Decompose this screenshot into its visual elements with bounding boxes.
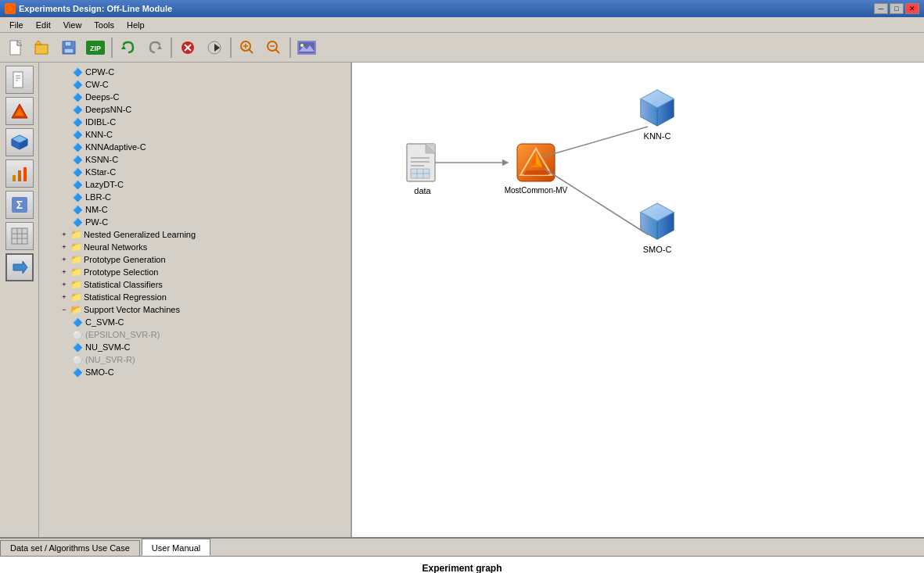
svg-rect-37 [13, 175, 16, 181]
data-icon [401, 141, 444, 184]
expand-proto-gen[interactable]: + [59, 255, 69, 264]
toolbar-separator-1 [111, 38, 113, 58]
tab-bar: Data set / Algorithms Use Case User Manu… [0, 539, 924, 557]
expand-nested-gen[interactable]: + [59, 230, 69, 239]
toolbar-separator-3 [230, 38, 232, 58]
tree-item-nu-svr[interactable]: ⚪ (NU_SVR-R) [39, 353, 351, 366]
knn-c-label: KNN-C [644, 131, 671, 141]
stop-button[interactable] [175, 36, 200, 59]
menu-edit[interactable]: Edit [30, 19, 57, 31]
save-button[interactable] [56, 36, 81, 59]
tree-item-knn-c[interactable]: 🔷 KNN-C [39, 128, 351, 141]
tree-item-idibl-c[interactable]: 🔷 IDIBL-C [39, 116, 351, 128]
zoom-in-button[interactable] [235, 36, 260, 59]
tree-item-proto-sel[interactable]: + 📁 Prototype Selection [39, 266, 351, 278]
tool-chart[interactable] [5, 159, 34, 188]
svg-marker-10 [121, 45, 126, 49]
tree-item-c-svm-c[interactable]: 🔷 C_SVM-C [39, 316, 351, 328]
tree-item-knnadaptive-c[interactable]: 🔷 KNNAdaptive-C [39, 141, 351, 153]
folder-neural-nets-icon: 📁 [70, 242, 81, 252]
tree-item-nm-c[interactable]: 🔷 NM-C [39, 203, 351, 216]
app-icon [5, 3, 16, 14]
expand-svm[interactable]: − [59, 305, 69, 314]
svg-rect-27 [13, 72, 23, 88]
tool-cube-blue[interactable] [5, 128, 34, 156]
toolbar-separator-4 [289, 38, 291, 58]
svg-rect-38 [18, 170, 21, 181]
svg-rect-3 [35, 45, 48, 54]
new-button[interactable] [3, 36, 28, 59]
expand-proto-sel[interactable]: + [59, 267, 69, 277]
tool-document[interactable] [5, 66, 34, 94]
svg-rect-39 [23, 167, 27, 181]
nm-c-icon: 🔷 [72, 205, 83, 214]
lbr-c-icon: 🔷 [72, 192, 83, 202]
tree-item-deepsnn-c[interactable]: 🔷 DeepsNN-C [39, 103, 351, 116]
tree-item-epsilon-svr[interactable]: ⚪ (EPSILON_SVR-R) [39, 328, 351, 341]
tool-arrow-up[interactable] [5, 97, 34, 125]
svg-rect-7 [64, 48, 74, 53]
close-button[interactable]: ✕ [905, 3, 919, 14]
window-title: Experiments Design: Off-Line Module [19, 4, 172, 13]
minimize-button[interactable]: ─ [874, 3, 888, 14]
deeps-c-icon: 🔷 [72, 92, 83, 102]
maximize-button[interactable]: □ [890, 3, 904, 14]
idibl-c-icon: 🔷 [72, 117, 83, 127]
knn-c-icon: 🔷 [72, 130, 83, 139]
redo-button[interactable] [142, 36, 167, 59]
menu-help[interactable]: Help [120, 19, 151, 31]
c-svm-c-icon: 🔷 [72, 317, 83, 327]
bottom-area: Data set / Algorithms Use Case User Manu… [0, 537, 924, 573]
tree-item-smo-c[interactable]: 🔷 SMO-C [39, 366, 351, 378]
tree-item-proto-gen[interactable]: + 📁 Prototype Generation [39, 253, 351, 266]
run-button[interactable] [202, 36, 227, 59]
tool-sigma[interactable]: Σ [5, 191, 34, 219]
zoom-out-button[interactable] [261, 36, 286, 59]
menu-view[interactable]: View [57, 19, 88, 31]
tree-scroll[interactable]: 🔷 CPW-C 🔷 CW-C 🔷 Deeps-C 🔷 DeepsNN-C 🔷 [39, 63, 351, 537]
tab-dataset-algo[interactable]: Data set / Algorithms Use Case [0, 540, 140, 556]
lazydt-c-icon: 🔷 [72, 180, 83, 189]
tool-grid[interactable] [5, 222, 34, 250]
expand-stat-reg[interactable]: + [59, 292, 69, 302]
menu-file[interactable]: File [3, 19, 30, 31]
tree-item-nested-gen[interactable]: + 📁 Nested Generalized Learning [39, 228, 351, 241]
expand-stat-class[interactable]: + [59, 280, 69, 289]
smo-c-cube-icon [635, 199, 679, 243]
image-button[interactable] [294, 36, 319, 59]
canvas-node-hostcommon[interactable]: MostCommon-MV [501, 141, 571, 195]
title-bar: Experiments Design: Off-Line Module ─ □ … [0, 0, 924, 17]
cw-c-icon: 🔷 [72, 80, 83, 89]
toolbar: ZIP [0, 33, 924, 63]
canvas-area[interactable]: KNN-C [352, 63, 924, 537]
tree-item-pw-c[interactable]: 🔷 PW-C [39, 216, 351, 228]
expand-neural-nets[interactable]: + [59, 242, 69, 252]
tree-item-cw-c[interactable]: 🔷 CW-C [39, 78, 351, 91]
svg-marker-0 [6, 5, 14, 13]
hostcommon-icon [514, 141, 558, 184]
folder-proto-gen-icon: 📁 [70, 255, 81, 264]
tree-item-lbr-c[interactable]: 🔷 LBR-C [39, 191, 351, 203]
tree-item-stat-class[interactable]: + 📁 Statistical Classifiers [39, 278, 351, 291]
tree-item-stat-reg[interactable]: + 📁 Statistical Regression [39, 291, 351, 303]
open-button[interactable] [30, 36, 55, 59]
zip-button[interactable]: ZIP [83, 36, 108, 59]
tree-item-lazydt-c[interactable]: 🔷 LazyDT-C [39, 178, 351, 191]
canvas-node-data[interactable]: data [391, 141, 454, 195]
tree-item-cpw-c[interactable]: 🔷 CPW-C [39, 66, 351, 78]
canvas-node-knn-c[interactable]: KNN-C [626, 86, 689, 141]
tree-item-deeps-c[interactable]: 🔷 Deeps-C [39, 91, 351, 103]
svg-line-17 [250, 49, 253, 53]
menu-tools[interactable]: Tools [88, 19, 120, 31]
tree-item-nu-svm-c[interactable]: 🔷 NU_SVM-C [39, 341, 351, 353]
tree-item-svm[interactable]: − 📂 Support Vector Machines [39, 303, 351, 316]
toolbar-separator-2 [171, 38, 172, 58]
tree-item-ksnn-c[interactable]: 🔷 KSNN-C [39, 153, 351, 166]
canvas-node-smo-c[interactable]: SMO-C [626, 199, 689, 254]
tab-user-manual[interactable]: User Manual [142, 539, 210, 556]
hostcommon-label: MostCommon-MV [505, 186, 568, 195]
tool-arrow-right[interactable] [5, 253, 34, 281]
tree-item-kstar-c[interactable]: 🔷 KStar-C [39, 166, 351, 178]
tree-item-neural-nets[interactable]: + 📁 Neural Networks [39, 241, 351, 253]
undo-button[interactable] [116, 36, 141, 59]
